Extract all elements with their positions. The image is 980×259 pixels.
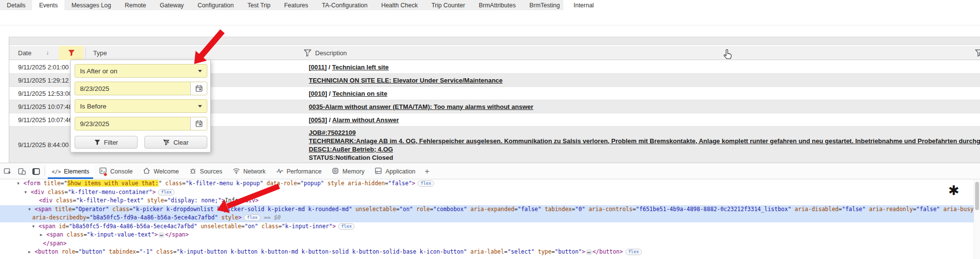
description-link[interactable]: [0010]	[309, 90, 327, 97]
column-separator	[85, 47, 86, 58]
tab-configuration[interactable]: Configuration	[191, 0, 240, 10]
tab-trip-counter[interactable]: Trip Counter	[424, 0, 472, 10]
code-token: class	[53, 197, 73, 204]
column-header-description[interactable]: Description	[315, 46, 347, 60]
code-token: "k-filter-help-text"	[76, 197, 143, 204]
expand-arrow-icon[interactable]: ▶	[40, 231, 46, 239]
flex-badge: flex	[625, 249, 642, 255]
code-token: == $0	[260, 214, 281, 221]
code-line[interactable]: ▼<form title="Show items with value that…	[0, 179, 974, 188]
clear-button[interactable]: Clear	[144, 136, 207, 149]
description-link[interactable]: DESC1:Außer Betrieb; 4.OG	[309, 146, 393, 153]
tab-brmtesting[interactable]: BrmTesting	[522, 0, 567, 10]
tab-internal[interactable]: Internal	[567, 0, 601, 10]
code-line[interactable]: ▶<span class="k-input-value-text">…</spa…	[0, 231, 974, 239]
code-token: aria-describedby	[32, 214, 86, 221]
filter-operator-1-dropdown[interactable]: Is After or on	[75, 64, 207, 78]
code-line[interactable]: aria-describedby="b8a50fc5-fd9a-4a86-b56…	[0, 214, 974, 222]
code-line[interactable]: </span>	[0, 239, 974, 248]
filter-date-2-input[interactable]: 9/23/2025	[75, 117, 207, 130]
tab-features[interactable]: Features	[277, 0, 315, 10]
description-link[interactable]: Alarm without Answer	[332, 116, 399, 124]
tab-gateway[interactable]: Gateway	[153, 0, 191, 10]
description-link[interactable]: 0035-Alarm without answer (ETMA/TAM): To…	[309, 103, 533, 110]
page-tabbar: DetailsEventsMessages LogRemoteGatewayCo…	[0, 0, 563, 10]
scrollbar-thumb[interactable]	[975, 182, 979, 210]
code-token: >	[238, 214, 241, 221]
filter-button[interactable]: Filter	[75, 136, 138, 149]
devtools-elements-tree[interactable]: ▼<form title="Show items with value that…	[0, 179, 974, 259]
description-line: STATUS:Notification Closed	[309, 153, 980, 162]
code-token: "select"	[507, 248, 534, 255]
description-link[interactable]: Technician left site	[332, 64, 389, 71]
collapse-arrow-icon[interactable]: ▼	[17, 179, 23, 188]
tab-brmattributes[interactable]: BrmAttributes	[472, 0, 522, 10]
date-filter-icon-button[interactable]	[59, 46, 83, 60]
network-icon	[232, 167, 240, 176]
description-link[interactable]: TECHREMARK:Anlage AB im 4. OG, Fehlerspe…	[309, 137, 980, 145]
devtools-tab-sources[interactable]: Sources	[184, 164, 227, 179]
code-line[interactable]: ▼<div class="k-filter-menu-container">fl…	[0, 188, 974, 197]
sources-icon	[189, 167, 197, 176]
column-header-date[interactable]: Date ↓	[18, 46, 49, 60]
code-token: =	[173, 248, 177, 255]
expand-ellipsis-button[interactable]: …	[158, 232, 165, 238]
calendar-icon	[195, 120, 203, 128]
tab-messages-log[interactable]: Messages Log	[64, 0, 118, 10]
tab-remote[interactable]: Remote	[118, 0, 153, 10]
devtools-tab-console[interactable]: Console	[94, 164, 138, 179]
tab-details[interactable]: Details	[0, 0, 32, 10]
more-tools-button[interactable]: +	[420, 164, 434, 179]
calendar-picker-button[interactable]	[190, 117, 207, 130]
filter-operator-2-dropdown[interactable]: Is Before	[75, 99, 207, 113]
tab-ta-configuration[interactable]: TA-Configuration	[315, 0, 375, 10]
code-token: unselectable	[197, 223, 241, 230]
collapse-arrow-icon[interactable]: ▼	[24, 188, 31, 197]
code-token: class	[258, 223, 279, 230]
toolbar-divider	[0, 25, 980, 25]
description-cell: [0053] / Alarm without Answer	[309, 113, 980, 126]
collapse-arrow-icon[interactable]: ▼	[32, 222, 39, 231]
calendar-picker-button[interactable]	[190, 82, 207, 95]
devtools-tab-elements[interactable]: </>Elements	[47, 164, 94, 179]
code-token: title	[40, 180, 61, 187]
devtools-tab-network[interactable]: Network	[227, 164, 271, 179]
code-token: </span>	[165, 231, 188, 238]
expand-arrow-icon[interactable]: ▶	[28, 248, 35, 257]
column-header-type[interactable]: Type	[93, 46, 107, 60]
collapse-arrow-icon[interactable]: ▼	[28, 205, 35, 214]
device-emulation-icon[interactable]	[16, 164, 28, 179]
code-token: tabindex	[541, 206, 572, 213]
devtools-tab-application[interactable]: Application	[369, 164, 420, 179]
dock-layout-icon[interactable]	[30, 164, 42, 179]
column-label-type: Type	[93, 49, 107, 57]
code-token: "false"	[518, 206, 541, 213]
description-line: [0010] / Technician on site	[309, 89, 980, 98]
description-link[interactable]: Technician on site	[332, 90, 387, 97]
expand-ellipsis-button[interactable]: …	[585, 249, 593, 255]
description-line: 0035-Alarm without answer (ETMA/TAM): To…	[309, 103, 980, 111]
description-link[interactable]: JOB#:75022109	[309, 129, 356, 136]
tab-test-trip[interactable]: Test Trip	[240, 0, 277, 10]
description-filter-icon-button[interactable]	[966, 46, 980, 60]
code-token: =	[633, 206, 636, 213]
description-line: JOB#:75022109	[309, 129, 980, 137]
filter-date-1-input[interactable]: 8/23/2025	[75, 82, 207, 95]
inspect-icon[interactable]	[1, 164, 14, 179]
devtools-tab-welcome[interactable]: Welcome	[138, 164, 184, 179]
code-token: ="	[60, 180, 67, 187]
devtools-tab-memory[interactable]: Memory	[326, 164, 369, 179]
tab-health-check[interactable]: Health Check	[374, 0, 424, 10]
code-line[interactable]: ▼<span id="b8a50fc5-fd9a-4a86-b56a-5ece4…	[0, 222, 974, 231]
description-link[interactable]: [0053]	[309, 116, 327, 124]
devtools-tab-performance[interactable]: Performance	[271, 164, 327, 179]
description-link[interactable]: TECHNICIAN ON SITE ELE: Elevator Under S…	[309, 77, 502, 84]
chevron-down-icon	[198, 70, 202, 72]
code-line[interactable]: ▶<button role="button" tabindex="-1" cla…	[0, 248, 974, 257]
code-token: "k-filter-menu k-popup"	[185, 180, 263, 187]
description-link[interactable]: [0011]	[309, 64, 327, 71]
devtools-scrollbar[interactable]	[974, 180, 980, 259]
code-line[interactable]: <div class="k-filter-help-text" style="d…	[0, 196, 974, 205]
code-line[interactable]: ▼<span title="Operator" class="k-picker …	[0, 205, 974, 214]
tab-events[interactable]: Events	[32, 0, 64, 10]
